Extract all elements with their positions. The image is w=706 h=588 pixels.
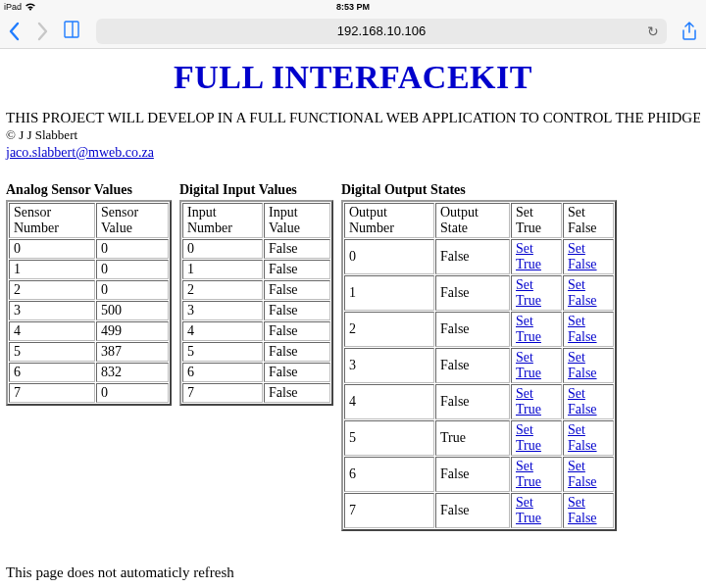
sensor-number: 7	[9, 383, 95, 403]
bookmarks-button[interactable]	[63, 20, 82, 43]
digital-in-table: Input Number Input Value 0False1False2Fa…	[179, 200, 333, 406]
set-false-link[interactable]: Set False	[568, 314, 597, 344]
table-row: 6FalseSet TrueSet False	[344, 457, 614, 492]
input-number: 2	[182, 280, 263, 300]
set-true-link[interactable]: Set True	[516, 241, 541, 271]
table-row: 6832	[9, 363, 169, 382]
set-true-link[interactable]: Set True	[516, 314, 541, 344]
page-title: FULL INTERFACEKIT	[6, 59, 700, 96]
table-row: 3FalseSet TrueSet False	[344, 348, 614, 383]
table-row: 4FalseSet TrueSet False	[344, 384, 614, 419]
set-false-link[interactable]: Set False	[568, 277, 597, 308]
table-row: 6False	[182, 363, 330, 382]
input-number: 7	[182, 383, 263, 403]
analog-table: Sensor Number Sensor Value 0010203500449…	[6, 200, 172, 406]
digital-in-heading: Digital Input Values	[179, 182, 333, 198]
digital-out-heading: Digital Output States	[341, 182, 617, 198]
input-value: False	[264, 239, 330, 259]
output-state: False	[435, 275, 510, 311]
set-false-link[interactable]: Set False	[568, 495, 597, 525]
digital-out-column: Digital Output States Output Number Outp…	[341, 182, 617, 531]
project-description: THIS PROJECT WILL DEVELOP IN A FULL FUNC…	[6, 110, 700, 126]
analog-column: Analog Sensor Values Sensor Number Senso…	[6, 182, 172, 406]
input-number: 4	[182, 321, 263, 341]
sensor-number: 5	[9, 342, 95, 362]
input-value: False	[264, 321, 330, 341]
table-row: 2FalseSet TrueSet False	[344, 312, 614, 347]
url-text: 192.168.10.106	[337, 24, 426, 38]
input-number: 0	[182, 239, 263, 259]
input-number: 5	[182, 342, 263, 362]
refresh-note: This page does not automaticly refresh	[6, 564, 700, 581]
output-number: 1	[344, 275, 434, 311]
wifi-icon	[25, 2, 36, 13]
set-true-link[interactable]: Set True	[516, 277, 541, 308]
input-number: 1	[182, 260, 263, 279]
sensor-number: 4	[9, 321, 95, 341]
set-true-link[interactable]: Set True	[516, 386, 541, 416]
input-value: False	[264, 260, 330, 279]
sensor-value: 0	[96, 239, 169, 259]
sensor-value: 387	[96, 342, 169, 362]
table-header-row: Sensor Number Sensor Value	[9, 203, 169, 238]
address-bar[interactable]: 192.168.10.106 ↻	[96, 19, 667, 44]
set-false-link[interactable]: Set False	[568, 350, 597, 380]
copyright: © J J Slabbert	[6, 127, 700, 143]
input-value: False	[264, 342, 330, 362]
input-value: False	[264, 301, 330, 320]
clock: 8:53 PM	[336, 2, 370, 12]
output-number: 2	[344, 312, 434, 347]
table-row: 4499	[9, 321, 169, 341]
din-col-value: Input Value	[264, 203, 330, 238]
output-number: 3	[344, 348, 434, 383]
set-false-link[interactable]: Set False	[568, 241, 597, 271]
table-row: 3500	[9, 301, 169, 320]
set-false-link[interactable]: Set False	[568, 422, 597, 453]
email-link[interactable]: jaco.slabbert@mweb.co.za	[6, 145, 154, 160]
analog-col-number: Sensor Number	[9, 203, 95, 238]
dout-col-number: Output Number	[344, 203, 434, 238]
sensor-value: 0	[96, 280, 169, 300]
input-value: False	[264, 383, 330, 403]
sensor-number: 2	[9, 280, 95, 300]
table-row: 3False	[182, 301, 330, 320]
sensor-value: 0	[96, 383, 169, 403]
share-button[interactable]	[681, 22, 698, 41]
set-true-link[interactable]: Set True	[516, 495, 541, 525]
din-col-number: Input Number	[182, 203, 263, 238]
table-row: 5TrueSet TrueSet False	[344, 420, 614, 456]
output-number: 6	[344, 457, 434, 492]
set-true-link[interactable]: Set True	[516, 459, 541, 489]
sensor-value: 499	[96, 321, 169, 341]
input-number: 3	[182, 301, 263, 320]
page-content: FULL INTERFACEKIT THIS PROJECT WILL DEVE…	[0, 49, 706, 588]
set-true-link[interactable]: Set True	[516, 422, 541, 453]
table-row: 2False	[182, 280, 330, 300]
set-true-link[interactable]: Set True	[516, 350, 541, 380]
reload-button[interactable]: ↻	[647, 24, 659, 39]
sensor-number: 6	[9, 363, 95, 382]
analog-heading: Analog Sensor Values	[6, 182, 172, 198]
set-false-link[interactable]: Set False	[568, 386, 597, 416]
dout-col-setfalse: Set False	[563, 203, 614, 238]
table-row: 1FalseSet TrueSet False	[344, 275, 614, 311]
table-row: 7FalseSet TrueSet False	[344, 493, 614, 528]
output-state: False	[435, 348, 510, 383]
forward-button[interactable]	[35, 22, 49, 41]
table-header-row: Input Number Input Value	[182, 203, 330, 238]
back-button[interactable]	[8, 22, 22, 41]
table-row: 00	[9, 239, 169, 259]
output-number: 7	[344, 493, 434, 528]
table-row: 5387	[9, 342, 169, 362]
tables-row: Analog Sensor Values Sensor Number Senso…	[6, 182, 700, 531]
table-row: 7False	[182, 383, 330, 403]
output-number: 5	[344, 420, 434, 456]
table-row: 1False	[182, 260, 330, 279]
output-state: False	[435, 239, 510, 274]
sensor-value: 0	[96, 260, 169, 279]
set-false-link[interactable]: Set False	[568, 459, 597, 489]
table-row: 0FalseSet TrueSet False	[344, 239, 614, 274]
output-state: False	[435, 457, 510, 492]
table-row: 20	[9, 280, 169, 300]
output-state: False	[435, 493, 510, 528]
